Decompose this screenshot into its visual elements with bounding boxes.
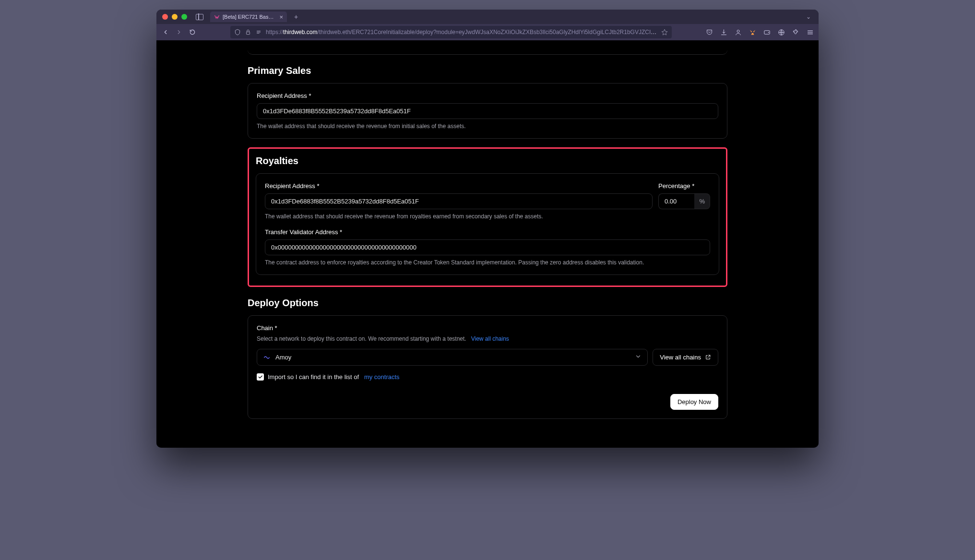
- shield-icon: [234, 29, 241, 36]
- extension-globe-icon[interactable]: [777, 28, 785, 36]
- new-tab-button[interactable]: +: [291, 12, 301, 22]
- chain-description: Select a network to deploy this contract…: [257, 335, 718, 342]
- royalties-highlight-frame: Royalties Recipient Address *: [248, 147, 727, 287]
- validator-label: Transfer Validator Address *: [265, 228, 710, 236]
- bookmark-star-icon[interactable]: [661, 29, 668, 36]
- permissions-icon: [255, 29, 262, 36]
- window-maximize-button[interactable]: [181, 14, 187, 20]
- my-contracts-link[interactable]: my contracts: [364, 373, 400, 381]
- chain-value: Amoy: [275, 354, 630, 361]
- browser-tab[interactable]: [Beta] ERC721 Base | Published ×: [210, 12, 287, 22]
- hamburger-menu-icon[interactable]: [806, 28, 814, 36]
- chevron-down-icon: [635, 353, 642, 361]
- sidebar-toggle-icon[interactable]: [196, 14, 203, 20]
- royalties-recipient-label: Recipient Address *: [265, 182, 653, 190]
- deploy-now-button[interactable]: Deploy Now: [670, 394, 718, 410]
- royalties-panel: Recipient Address * Percentage *: [256, 173, 719, 275]
- page-content: Primary Sales Recipient Address * The wa…: [156, 40, 819, 448]
- view-all-chains-link[interactable]: View all chains: [471, 335, 509, 342]
- window-minimize-button[interactable]: [172, 14, 178, 20]
- primary-recipient-label: Recipient Address *: [257, 92, 718, 99]
- previous-panel-edge: [248, 50, 727, 55]
- extensions-icon[interactable]: [792, 28, 799, 36]
- royalties-recipient-helper: The wallet address that should receive t…: [265, 213, 710, 220]
- nav-back-button[interactable]: [161, 28, 170, 36]
- external-link-icon: [705, 354, 711, 360]
- url-text: https://thirdweb.com/thirdweb.eth/ERC721…: [266, 29, 657, 36]
- validator-input[interactable]: [265, 239, 710, 255]
- royalties-percentage-label: Percentage *: [658, 182, 710, 190]
- tab-favicon-icon: [214, 14, 220, 20]
- primary-recipient-input[interactable]: [257, 103, 718, 119]
- royalties-percentage-input[interactable]: [658, 193, 694, 209]
- window-close-button[interactable]: [162, 14, 168, 20]
- primary-sales-panel: Recipient Address * The wallet address t…: [248, 83, 727, 139]
- extension-metamask-icon[interactable]: [749, 28, 756, 36]
- address-bar[interactable]: https://thirdweb.com/thirdweb.eth/ERC721…: [230, 26, 672, 38]
- chain-select[interactable]: Amoy: [257, 349, 648, 366]
- tab-title: [Beta] ERC721 Base | Published: [223, 14, 276, 20]
- account-icon[interactable]: [734, 28, 742, 36]
- validator-helper: The contract address to enforce royaltie…: [265, 259, 710, 266]
- titlebar-chevron-down-icon[interactable]: ⌄: [806, 13, 811, 20]
- extension-wallet-icon[interactable]: [763, 28, 771, 36]
- royalties-recipient-input[interactable]: [265, 193, 653, 209]
- chain-label: Chain *: [257, 324, 718, 332]
- pocket-icon[interactable]: [705, 28, 713, 36]
- tab-close-icon[interactable]: ×: [279, 14, 283, 20]
- svg-point-1: [737, 30, 739, 32]
- svg-point-3: [768, 32, 769, 33]
- browser-toolbar: https://thirdweb.com/thirdweb.eth/ERC721…: [156, 24, 819, 40]
- primary-sales-heading: Primary Sales: [248, 65, 727, 76]
- deploy-options-heading: Deploy Options: [248, 298, 727, 309]
- nav-forward-button[interactable]: [175, 28, 183, 36]
- percent-suffix: %: [694, 193, 710, 209]
- import-label-text: Import so I can find it in the list of m…: [268, 373, 400, 381]
- svg-rect-0: [247, 32, 250, 34]
- import-checkbox[interactable]: [257, 373, 264, 381]
- reload-button[interactable]: [188, 28, 197, 36]
- deploy-options-panel: Chain * Select a network to deploy this …: [248, 315, 727, 419]
- downloads-icon[interactable]: [720, 28, 727, 36]
- royalties-heading: Royalties: [249, 155, 726, 167]
- primary-recipient-helper: The wallet address that should receive t…: [257, 123, 718, 130]
- chain-amoy-icon: [263, 354, 271, 361]
- macos-traffic-lights: [162, 14, 187, 20]
- lock-icon: [245, 29, 251, 36]
- window-titlebar: [Beta] ERC721 Base | Published × + ⌄: [156, 10, 819, 24]
- view-all-chains-button[interactable]: View all chains: [653, 349, 718, 366]
